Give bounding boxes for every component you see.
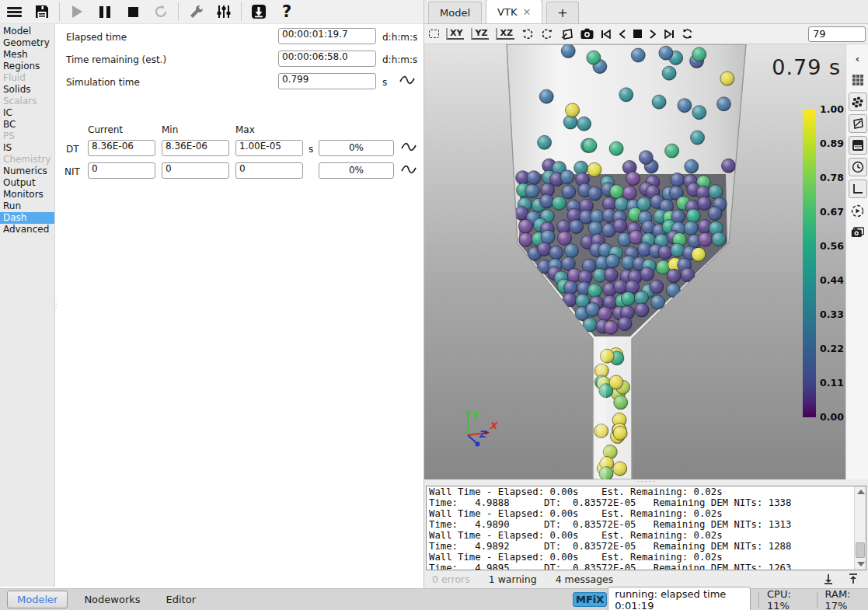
stop-playback-button[interactable] [633, 26, 642, 42]
nav-item[interactable]: Regions [0, 61, 54, 72]
nit-min-field[interactable]: 0 [162, 162, 229, 179]
terminal-line: Wall Time - Elapsed: 0.00s Est. Remainin… [427, 530, 866, 541]
scene-time-label: 0.79 s [772, 55, 841, 79]
menu-button[interactable] [2, 2, 26, 22]
skip-first-icon [601, 30, 612, 39]
scroll-to-bottom-button[interactable] [822, 573, 835, 585]
simulation-time-field[interactable]: 0.799 [278, 73, 376, 89]
settings-button[interactable] [184, 2, 207, 22]
nav-item[interactable]: Numerics [0, 166, 54, 177]
nav-item[interactable]: Chemistry [0, 154, 54, 166]
particles-visibility-button[interactable] [849, 92, 867, 111]
terminal-output[interactable]: Wall Time - Elapsed: 0.00s Est. Remainin… [426, 486, 866, 570]
slice-visibility-button[interactable] [849, 136, 867, 155]
tab-model[interactable]: Model [428, 2, 482, 23]
rotate-right-button[interactable] [541, 26, 553, 42]
dt-progress-bar: 0% [319, 140, 394, 156]
vtk-scene-svg: Y X Z [424, 44, 845, 479]
export-button[interactable] [247, 2, 270, 22]
save-button[interactable] [30, 2, 54, 22]
parameters-button[interactable] [212, 2, 235, 22]
plot-simtime-button[interactable] [399, 75, 415, 85]
elapsed-time-field[interactable]: 00:00:01:19.7 [278, 28, 376, 44]
geometry-visibility-button[interactable] [849, 114, 867, 133]
help-button[interactable]: ? [275, 2, 298, 22]
mode-button[interactable]: Nodeworks [75, 591, 149, 608]
new-tab-button[interactable]: + [546, 2, 578, 23]
stop-button[interactable] [121, 2, 145, 22]
nav-item[interactable]: IC [0, 107, 54, 119]
view-xy-button[interactable]: XY [446, 26, 464, 42]
panel-splitter-handle[interactable]: ··· [55, 300, 58, 309]
nav-item[interactable]: Model [0, 26, 54, 37]
dt-min-field[interactable]: 8.36E-06 [162, 140, 229, 156]
scroll-down-arrow[interactable] [857, 562, 865, 566]
warnings-count[interactable]: 1 warning [489, 573, 537, 585]
next-frame-button[interactable] [649, 26, 657, 42]
mode-button[interactable]: Editor [157, 591, 205, 608]
nav-item[interactable]: Solids [0, 84, 54, 96]
time-remaining-field[interactable]: 00:00:06:58.0 [278, 51, 376, 67]
reset-button[interactable] [149, 2, 173, 22]
pause-button[interactable] [93, 2, 117, 22]
view-xz-button[interactable]: XZ [496, 26, 514, 42]
nav-item[interactable]: Geometry [0, 37, 54, 49]
log-splitter-handle[interactable]: ····· [424, 479, 868, 486]
col-current-header: Current [88, 124, 123, 135]
rotate-right-icon [541, 28, 553, 40]
nav-item[interactable]: Dash [0, 212, 54, 224]
play-settings-button[interactable] [849, 201, 867, 220]
scroll-to-top-button[interactable] [847, 573, 859, 585]
rotate-left-button[interactable] [521, 26, 534, 42]
scroll-up-arrow[interactable] [857, 490, 865, 494]
time-label-button[interactable] [849, 158, 867, 176]
close-icon[interactable]: ✕ [522, 6, 531, 18]
mfix-badge: MFiX [573, 592, 607, 607]
nav-item[interactable]: Run [0, 200, 54, 212]
errors-count[interactable]: 0 errors [432, 573, 470, 585]
mode-button[interactable]: Modeler [7, 591, 68, 608]
geometry-icon [852, 117, 864, 130]
elapsed-time-unit: d:h:m:s [382, 32, 417, 43]
nav-item[interactable]: Advanced [0, 224, 54, 235]
play-loop-button[interactable] [682, 26, 693, 42]
dt-max-field[interactable]: 1.00E-05 [235, 140, 303, 156]
dt-current-field[interactable]: 8.36E-06 [88, 140, 155, 156]
log-scrollbar[interactable] [854, 486, 866, 570]
clock-icon [852, 161, 864, 173]
axes-toggle-button[interactable] [849, 180, 867, 198]
prev-frame-button[interactable] [619, 26, 626, 42]
vtk-render-view[interactable]: Y X Z 0.79 s 1.000.890.780.670.560.440.3… [424, 44, 845, 479]
tab-vtk[interactable]: VTK✕ [486, 0, 542, 23]
messages-count[interactable]: 4 messages [556, 573, 614, 585]
play-button[interactable] [65, 2, 89, 22]
screenshot-button[interactable] [580, 26, 594, 42]
nit-max-field[interactable]: 0 [235, 162, 303, 179]
nav-item[interactable]: PS [0, 131, 54, 142]
nav-item[interactable]: BC [0, 119, 54, 131]
nav-item[interactable]: Fluid [0, 72, 54, 84]
nav-item[interactable]: Scalars [0, 96, 54, 107]
view-yz-button[interactable]: YZ [471, 26, 489, 42]
mode-switcher: ModelerNodeworksEditor [0, 591, 205, 608]
nit-current-field[interactable]: 0 [88, 162, 155, 179]
scroll-thumb[interactable] [856, 542, 865, 558]
last-frame-button[interactable] [664, 26, 675, 42]
nav-item[interactable]: IS [0, 142, 54, 154]
col-min-header: Min [162, 124, 178, 135]
run-status-box: running: elapsed time 0:01:19 [608, 587, 751, 610]
collapse-panel-button[interactable]: ‹ [849, 49, 867, 68]
frame-number-input[interactable]: 79 [808, 26, 866, 42]
first-frame-button[interactable] [601, 26, 612, 42]
nav-item[interactable]: Mesh [0, 49, 54, 61]
refresh-icon [682, 28, 693, 40]
reset-view-button[interactable] [429, 26, 439, 42]
nav-item[interactable]: Monitors [0, 189, 54, 200]
plot-nit-button[interactable] [401, 164, 417, 175]
snapshot-stack-button[interactable] [849, 223, 867, 242]
nav-item[interactable]: Output [0, 177, 54, 189]
mesh-visibility-button[interactable] [849, 71, 867, 89]
perspective-button[interactable] [560, 26, 573, 42]
axes-icon [852, 183, 864, 195]
plot-dt-button[interactable] [401, 141, 417, 152]
